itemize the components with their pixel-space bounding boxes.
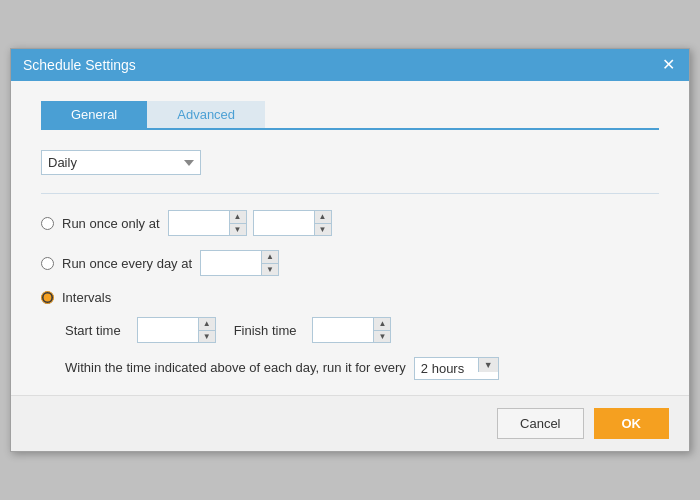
title-bar: Schedule Settings ✕ (11, 49, 689, 81)
start-finish-row: Start time 12:00 ▲ ▼ Finish time 22:00 ▲… (65, 317, 659, 343)
start-time-label: Start time (65, 323, 121, 338)
run-once-time-input[interactable]: 17:35 (254, 213, 314, 234)
run-once-every-day-label: Run once every day at (62, 256, 192, 271)
start-time-down[interactable]: ▼ (199, 330, 215, 342)
separator-1 (41, 193, 659, 194)
intervals-radio[interactable] (41, 291, 54, 304)
run-every-day-time-input[interactable]: 17:35 (201, 253, 261, 274)
run-once-only-label: Run once only at (62, 216, 160, 231)
close-button[interactable]: ✕ (660, 57, 677, 73)
within-row: Within the time indicated above of each … (65, 357, 659, 380)
run-every-day-time-spinbox: 17:35 ▲ ▼ (200, 250, 279, 276)
run-once-time-up[interactable]: ▲ (315, 211, 331, 223)
dialog-body: General Advanced Daily Weekly Monthly Ru… (11, 81, 689, 395)
ok-button[interactable]: OK (594, 408, 670, 439)
run-every-day-time-down[interactable]: ▼ (262, 263, 278, 275)
tab-general[interactable]: General (41, 101, 147, 128)
run-once-every-day-radio[interactable] (41, 257, 54, 270)
dialog-title: Schedule Settings (23, 57, 136, 73)
finish-time-up[interactable]: ▲ (374, 318, 390, 330)
within-text: Within the time indicated above of each … (65, 358, 406, 379)
finish-time-label: Finish time (234, 323, 297, 338)
start-time-input[interactable]: 12:00 (138, 320, 198, 341)
frequency-dropdown-row: Daily Weekly Monthly (41, 150, 659, 175)
tab-advanced[interactable]: Advanced (147, 101, 265, 128)
every-dropdown-arrow[interactable]: ▼ (478, 358, 498, 372)
finish-time-down[interactable]: ▼ (374, 330, 390, 342)
run-once-only-radio[interactable] (41, 217, 54, 230)
run-once-time-btns: ▲ ▼ (314, 211, 331, 235)
every-select[interactable]: 1 hours 2 hours 3 hours 4 hours 6 hours … (415, 358, 478, 379)
every-dropdown-container: 1 hours 2 hours 3 hours 4 hours 6 hours … (414, 357, 499, 380)
tabs-container: General Advanced (41, 101, 659, 130)
run-once-date-spinbox: 2019/7/3 ▲ ▼ (168, 210, 247, 236)
intervals-row: Intervals (41, 290, 659, 305)
run-once-only-row: Run once only at 2019/7/3 ▲ ▼ 17:35 ▲ ▼ (41, 210, 659, 236)
run-once-date-up[interactable]: ▲ (230, 211, 246, 223)
schedule-settings-dialog: Schedule Settings ✕ General Advanced Dai… (10, 48, 690, 452)
finish-time-input[interactable]: 22:00 (313, 320, 373, 341)
intervals-label: Intervals (62, 290, 111, 305)
frequency-select[interactable]: Daily Weekly Monthly (41, 150, 201, 175)
run-once-date-input[interactable]: 2019/7/3 (169, 213, 229, 234)
dialog-footer: Cancel OK (11, 395, 689, 451)
run-once-date-btns: ▲ ▼ (229, 211, 246, 235)
start-time-btns: ▲ ▼ (198, 318, 215, 342)
start-time-up[interactable]: ▲ (199, 318, 215, 330)
run-every-day-time-btns: ▲ ▼ (261, 251, 278, 275)
run-every-day-time-up[interactable]: ▲ (262, 251, 278, 263)
run-once-every-day-row: Run once every day at 17:35 ▲ ▼ (41, 250, 659, 276)
finish-time-spinbox: 22:00 ▲ ▼ (312, 317, 391, 343)
cancel-button[interactable]: Cancel (497, 408, 583, 439)
finish-time-btns: ▲ ▼ (373, 318, 390, 342)
run-once-date-down[interactable]: ▼ (230, 223, 246, 235)
run-once-time-down[interactable]: ▼ (315, 223, 331, 235)
run-once-time-spinbox: 17:35 ▲ ▼ (253, 210, 332, 236)
start-time-spinbox: 12:00 ▲ ▼ (137, 317, 216, 343)
